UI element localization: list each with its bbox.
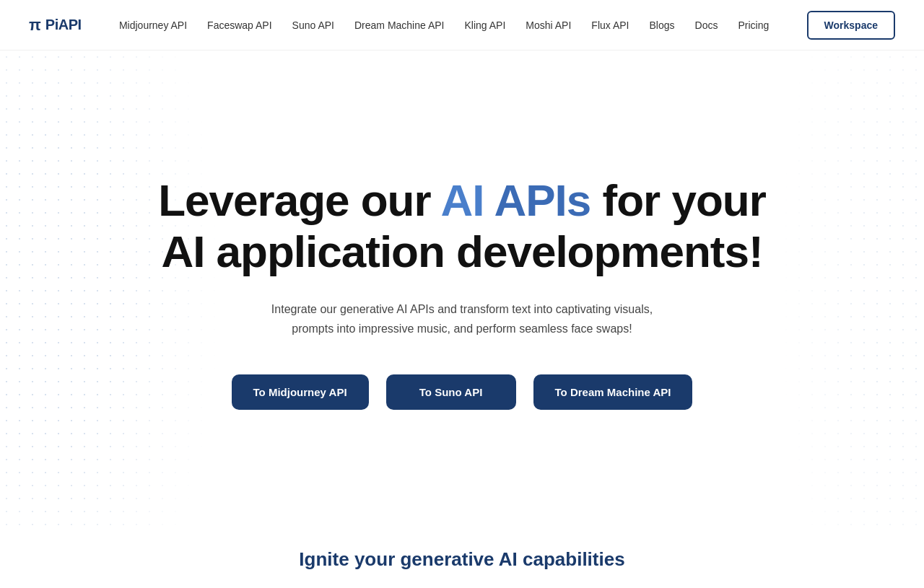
hero-title-apis: APIs bbox=[484, 175, 591, 225]
logo-icon: π bbox=[29, 16, 41, 35]
nav-link-docs[interactable]: Docs bbox=[695, 19, 718, 31]
hero-content: Leverage our AI APIs for your AI applica… bbox=[158, 175, 766, 410]
nav-link-pricing[interactable]: Pricing bbox=[738, 19, 769, 31]
main-nav: Midjourney APIFaceswap APISuno APIDream … bbox=[119, 19, 769, 31]
nav-link-suno-api[interactable]: Suno API bbox=[292, 19, 334, 31]
hero-section: Leverage our AI APIs for your AI applica… bbox=[0, 51, 924, 527]
header: π PiAPI Midjourney APIFaceswap APISuno A… bbox=[0, 0, 924, 51]
hero-title-part2: for your bbox=[590, 175, 765, 225]
hero-title-line2: AI application developments! bbox=[161, 227, 762, 276]
ignite-section: Ignite your generative AI capabilities bbox=[0, 527, 924, 585]
ignite-title: Ignite your generative AI capabilities bbox=[29, 548, 895, 571]
nav-link-faceswap-api[interactable]: Faceswap API bbox=[207, 19, 272, 31]
cta-btn-to-suno-api[interactable]: To Suno API bbox=[386, 374, 516, 410]
nav-link-moshi-api[interactable]: Moshi API bbox=[526, 19, 571, 31]
nav-link-dream-machine-api[interactable]: Dream Machine API bbox=[354, 19, 445, 31]
nav-link-blogs[interactable]: Blogs bbox=[649, 19, 674, 31]
hero-subtitle: Integrate our generative AI APIs and tra… bbox=[253, 299, 671, 338]
hero-title-ai: AI bbox=[441, 175, 484, 225]
workspace-button[interactable]: Workspace bbox=[807, 11, 895, 40]
nav-link-kling-api[interactable]: Kling API bbox=[464, 19, 505, 31]
nav-link-flux-api[interactable]: Flux API bbox=[591, 19, 629, 31]
hero-buttons: To Midjourney APITo Suno APITo Dream Mac… bbox=[158, 374, 766, 410]
cta-btn-to-midjourney-api[interactable]: To Midjourney API bbox=[232, 374, 369, 410]
nav-link-midjourney-api[interactable]: Midjourney API bbox=[119, 19, 187, 31]
logo-text: PiAPI bbox=[45, 17, 82, 33]
hero-title: Leverage our AI APIs for your AI applica… bbox=[158, 175, 766, 278]
logo[interactable]: π PiAPI bbox=[29, 16, 82, 35]
hero-title-part1: Leverage our bbox=[158, 175, 440, 225]
cta-btn-to-dream-machine-api[interactable]: To Dream Machine API bbox=[533, 374, 693, 410]
